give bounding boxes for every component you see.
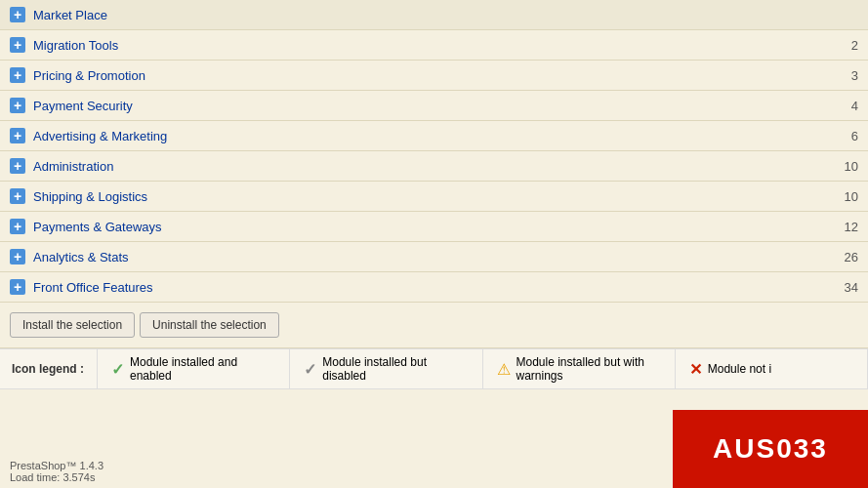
category-list: Market PlaceMigration Tools2Pricing & Pr… (0, 0, 868, 303)
legend-item-disabled: ✓ Module installed but disabled (290, 349, 482, 388)
category-row[interactable]: Analytics & Stats26 (0, 242, 868, 272)
legend-warnings-text: Module installed but with warnings (517, 355, 661, 383)
legend-disabled-text: Module installed but disabled (322, 355, 468, 383)
expand-icon[interactable] (10, 128, 25, 143)
category-count: 10 (845, 189, 858, 204)
error-icon: ✕ (689, 360, 702, 379)
category-row[interactable]: Payments & Gateways12 (0, 212, 868, 242)
category-name: Front Office Features (33, 280, 835, 295)
expand-icon[interactable] (10, 98, 25, 113)
category-count: 6 (851, 129, 858, 143)
category-count: 34 (845, 280, 858, 295)
main-container: Market PlaceMigration Tools2Pricing & Pr… (0, 0, 868, 389)
category-count: 12 (845, 220, 858, 234)
expand-icon[interactable] (10, 249, 25, 264)
category-name: Payment Security (33, 99, 842, 113)
footer: PrestaShop™ 1.4.3 Load time: 3.574s (0, 455, 113, 488)
expand-icon[interactable] (10, 7, 25, 22)
legend-item-enabled: ✓ Module installed and enabled (98, 349, 290, 388)
expand-icon[interactable] (10, 67, 25, 83)
install-button[interactable]: Install the selection (10, 312, 135, 338)
category-count: 26 (845, 250, 858, 264)
category-name: Administration (33, 159, 835, 174)
category-name: Advertising & Marketing (33, 129, 842, 143)
category-row[interactable]: Market Place (0, 0, 868, 30)
legend-label: Icon legend : (0, 349, 98, 388)
app-name: PrestaShop™ 1.4.3 (10, 460, 103, 471)
check-enabled-icon: ✓ (111, 360, 124, 379)
category-row[interactable]: Migration Tools2 (0, 30, 868, 61)
expand-icon[interactable] (10, 279, 25, 295)
legend-error-text: Module not i (708, 362, 771, 376)
red-badge: AUS033 (673, 410, 868, 488)
category-row[interactable]: Payment Security4 (0, 91, 868, 121)
category-count: 4 (851, 99, 858, 113)
expand-icon[interactable] (10, 158, 25, 174)
uninstall-button[interactable]: Uninstall the selection (140, 312, 279, 338)
category-name: Market Place (33, 8, 848, 22)
category-count: 10 (845, 159, 858, 174)
legend-item-error: ✕ Module not i (676, 349, 868, 388)
category-row[interactable]: Administration10 (0, 151, 868, 182)
action-buttons: Install the selection Uninstall the sele… (0, 303, 868, 348)
warning-icon: ⚠ (497, 360, 511, 379)
category-row[interactable]: Shipping & Logistics10 (0, 182, 868, 212)
check-disabled-icon: ✓ (304, 360, 316, 379)
expand-icon[interactable] (10, 219, 25, 234)
category-row[interactable]: Pricing & Promotion3 (0, 61, 868, 91)
category-name: Analytics & Stats (33, 250, 835, 264)
expand-icon[interactable] (10, 188, 25, 204)
category-row[interactable]: Advertising & Marketing6 (0, 121, 868, 151)
category-name: Pricing & Promotion (33, 68, 842, 83)
legend-enabled-text: Module installed and enabled (130, 355, 275, 383)
category-name: Migration Tools (33, 38, 842, 53)
category-count: 3 (851, 68, 858, 83)
category-row[interactable]: Front Office Features34 (0, 272, 868, 303)
category-name: Shipping & Logistics (33, 189, 835, 204)
legend-bar: Icon legend : ✓ Module installed and ena… (0, 348, 868, 389)
category-name: Payments & Gateways (33, 220, 835, 234)
expand-icon[interactable] (10, 37, 25, 53)
legend-item-warnings: ⚠ Module installed but with warnings (483, 349, 676, 388)
category-count: 2 (851, 38, 858, 53)
load-time: Load time: 3.574s (10, 471, 103, 483)
